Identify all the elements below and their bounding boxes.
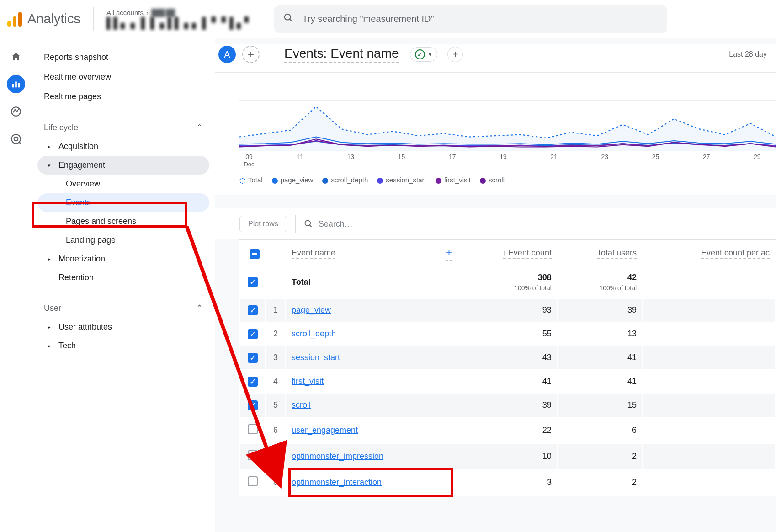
chevron-right-icon: ›	[146, 9, 149, 17]
column-event-count[interactable]: ↓Event count	[457, 241, 557, 266]
cell-total-users: 6	[558, 418, 642, 443]
x-tick: 21	[544, 153, 563, 168]
row-index: 5	[266, 394, 285, 417]
table-search-placeholder: Search…	[319, 219, 353, 229]
legend-dot-icon	[377, 178, 383, 184]
nav-acquisition[interactable]: ▸Acquisition	[37, 137, 209, 156]
header-checkbox[interactable]	[240, 241, 265, 266]
report-title[interactable]: Events: Event name	[284, 46, 399, 63]
caret-right-icon: ▸	[48, 342, 54, 349]
event-name-link[interactable]: session_start	[292, 353, 340, 362]
account-selector[interactable]: All accounts › ███ ██ ▌▌▖ ▖ ▌ ▌ ▖▌▌ ▖▖ ▌…	[94, 9, 252, 30]
row-checkbox[interactable]	[248, 476, 258, 486]
legend-item[interactable]: page_view	[272, 176, 314, 184]
legend-dot-icon	[239, 178, 245, 184]
plot-rows-button[interactable]: Plot rows	[239, 216, 287, 232]
legend-item[interactable]: Total	[239, 176, 263, 184]
x-tick: 17	[443, 153, 462, 168]
row-checkbox[interactable]: ✓	[248, 329, 258, 339]
column-event-count-per[interactable]: Event count per ac	[643, 241, 775, 266]
svg-point-10	[14, 137, 18, 141]
chart-x-axis: 09Dec11131517192123252729	[239, 150, 776, 168]
cell-event-count: 41	[457, 370, 557, 393]
nav-realtime-overview[interactable]: Realtime overview	[37, 67, 209, 87]
date-range-selector[interactable]: Last 28 day	[729, 50, 767, 59]
nav-section-user[interactable]: User ⌃	[37, 298, 209, 318]
checkbox-icon[interactable]: ✓	[248, 277, 258, 287]
row-checkbox[interactable]: ✓	[248, 377, 258, 387]
table-search[interactable]: Search…	[304, 219, 353, 229]
cell-event-count: 43	[457, 346, 557, 369]
x-tick: 13	[341, 153, 360, 168]
table-totals-row: ✓ Total 308100% of total 42100% of total	[240, 266, 775, 298]
nav-engagement-events[interactable]: Events	[37, 193, 209, 212]
caret-right-icon: ▸	[48, 143, 54, 150]
caret-right-icon: ▸	[48, 255, 54, 262]
chevron-up-icon: ⌃	[196, 122, 203, 133]
nav-tech[interactable]: ▸Tech	[37, 336, 209, 355]
segment-chip-all-users[interactable]: A	[218, 46, 236, 63]
add-comparison-button[interactable]: +	[242, 46, 260, 63]
legend-item[interactable]: scroll_depth	[322, 176, 368, 184]
table-row: ✓4first_visit4141	[240, 370, 775, 393]
rail-reports[interactable]	[7, 75, 25, 93]
column-total-users[interactable]: Total users	[558, 241, 642, 266]
nav-realtime-pages[interactable]: Realtime pages	[37, 87, 209, 106]
cell-total-users: 2	[558, 470, 642, 495]
add-dimension-icon[interactable]: +	[446, 246, 452, 261]
table-row: 7optinmonster_impression102	[240, 444, 775, 469]
cell-total-users: 2	[558, 444, 642, 469]
rail-advertising[interactable]	[7, 130, 25, 148]
legend-item[interactable]: scroll	[480, 176, 505, 184]
event-name-link[interactable]: user_engagement	[292, 426, 358, 435]
filter-pill[interactable]: ✓ ▼	[410, 47, 438, 62]
legend-dot-icon	[322, 178, 328, 184]
nav-engagement-overview[interactable]: Overview	[37, 175, 209, 193]
search-icon	[283, 13, 293, 25]
svg-rect-7	[18, 83, 20, 87]
accounts-breadcrumb-value: ███ ██	[151, 9, 175, 17]
svg-point-12	[305, 221, 310, 226]
global-search[interactable]: Try searching "measurement ID"	[274, 5, 667, 33]
row-checkbox[interactable]: ✓	[248, 400, 258, 410]
nav-user-attributes[interactable]: ▸User attributes	[37, 318, 209, 336]
row-checkbox[interactable]: ✓	[248, 353, 258, 363]
nav-engagement-pages[interactable]: Pages and screens	[37, 212, 209, 231]
event-name-link[interactable]: scroll	[292, 400, 311, 410]
nav-section-lifecycle[interactable]: Life cycle ⌃	[37, 118, 209, 137]
chart-card: 09Dec11131517192123252729 Totalpage_view…	[215, 73, 776, 195]
legend-item[interactable]: first_visit	[436, 176, 471, 184]
event-name-link[interactable]: scroll_depth	[292, 329, 336, 338]
event-name-link[interactable]: optinmonster_impression	[292, 452, 383, 461]
nav-engagement-landing[interactable]: Landing page	[37, 231, 209, 250]
report-sidenav: Reports snapshot Realtime overview Realt…	[32, 38, 215, 532]
cell-event-count: 93	[457, 299, 557, 322]
row-checkbox[interactable]: ✓	[248, 305, 258, 315]
event-name-link[interactable]: page_view	[292, 305, 331, 314]
event-name-link[interactable]: first_visit	[292, 377, 324, 386]
legend-dot-icon	[272, 178, 278, 184]
rail-explore[interactable]	[7, 102, 25, 121]
nav-retention[interactable]: Retention	[37, 268, 209, 287]
rail-home[interactable]	[7, 48, 25, 66]
report-header: A + Events: Event name ✓ ▼ + Last 28 day	[215, 44, 776, 73]
table-controls: Plot rows Search…	[215, 208, 776, 239]
event-name-link[interactable]: optinmonster_interaction	[292, 478, 382, 487]
legend-dot-icon	[480, 178, 486, 184]
row-checkbox[interactable]	[248, 424, 258, 434]
left-rail	[0, 38, 32, 532]
add-filter-button[interactable]: +	[447, 47, 463, 62]
row-checkbox[interactable]	[248, 450, 258, 460]
sort-down-icon: ↓	[503, 249, 506, 259]
nav-reports-snapshot[interactable]: Reports snapshot	[37, 48, 209, 67]
column-event-name[interactable]: Event name+	[286, 241, 457, 266]
row-index: 3	[266, 346, 285, 369]
legend-item[interactable]: session_start	[377, 176, 426, 184]
chevron-up-icon: ⌃	[196, 303, 203, 313]
cell-event-count: 3	[457, 470, 557, 495]
nav-monetization[interactable]: ▸Monetization	[37, 250, 209, 268]
search-placeholder: Try searching "measurement ID"	[303, 14, 434, 24]
nav-engagement[interactable]: ▾Engagement	[37, 156, 209, 175]
line-chart[interactable]	[239, 100, 776, 150]
property-name: ▌▌▖ ▖ ▌ ▌ ▖▌▌ ▖▖ ▌ ▘ ▘▌▖▘	[106, 17, 252, 30]
